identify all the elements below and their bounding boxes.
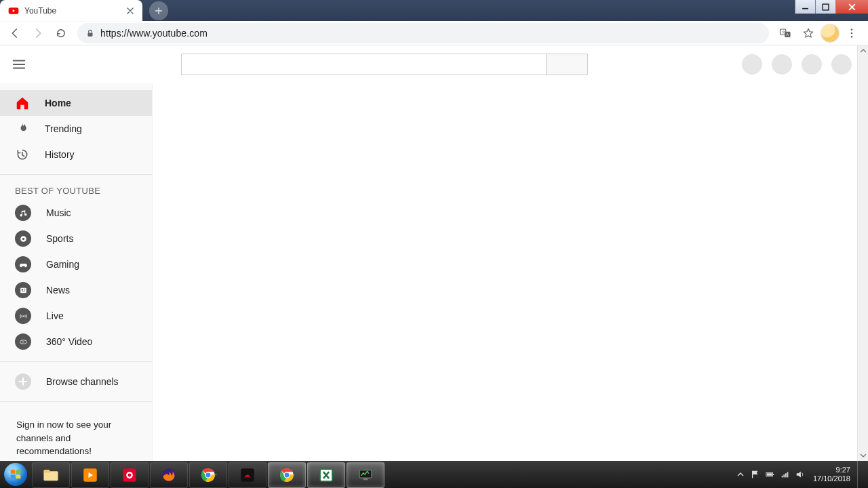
home-icon (15, 96, 30, 110)
taskbar-app-chrome-running[interactable] (268, 462, 306, 488)
taskbar-app-garena[interactable] (229, 462, 267, 488)
tab-title: YouTube (24, 6, 119, 16)
taskbar-app-chrome-pinned[interactable] (189, 462, 227, 488)
browser-menu-icon[interactable] (841, 22, 863, 44)
sidebar-item-history[interactable]: History (0, 142, 152, 167)
tab-close-icon[interactable] (125, 5, 136, 16)
scroll-up-icon[interactable] (858, 45, 868, 56)
show-desktop-button[interactable] (857, 461, 865, 488)
browser-tab-youtube[interactable]: YouTube (0, 0, 142, 21)
windows-taskbar: 9:27 17/10/2018 (0, 461, 868, 488)
tray-date: 17/10/2018 (813, 474, 850, 483)
window-titlebar: YouTube (0, 0, 868, 21)
sidebar-item-live[interactable]: Live (0, 303, 152, 329)
maximize-button[interactable] (815, 0, 835, 14)
taskbar-app-media-player[interactable] (71, 462, 109, 488)
svg-point-22 (128, 473, 132, 476)
browser-toolbar: https://www.youtube.com 文A (0, 21, 868, 45)
vertical-scrollbar[interactable] (857, 45, 868, 461)
sidebar-item-sports[interactable]: Sports (0, 226, 152, 251)
sidebar-separator (0, 361, 152, 362)
trending-icon (15, 121, 30, 136)
sidebar-separator (0, 174, 152, 175)
scroll-down-icon[interactable] (858, 450, 868, 461)
youtube-main-content (153, 83, 868, 461)
tray-flag-icon[interactable] (749, 468, 762, 481)
sidebar-item-gaming[interactable]: Gaming (0, 251, 152, 277)
svg-rect-39 (783, 474, 785, 477)
header-placeholder-icon (831, 54, 852, 75)
taskbar-app-explorer[interactable] (32, 462, 70, 488)
gaming-icon (15, 256, 31, 272)
svg-rect-37 (767, 473, 772, 476)
tray-time: 9:27 (813, 466, 850, 474)
sidebar-item-label: Home (45, 98, 71, 108)
tray-clock[interactable]: 9:27 17/10/2018 (809, 466, 854, 483)
taskbar-app-monitor[interactable] (347, 462, 384, 488)
taskbar-app-excel[interactable] (307, 462, 345, 488)
sidebar-item-label: 360° Video (46, 336, 92, 347)
header-placeholder-icon (772, 54, 792, 75)
nav-reload-button[interactable] (50, 22, 72, 44)
youtube-favicon-icon (8, 5, 19, 16)
address-url: https://www.youtube.com (100, 28, 208, 39)
sidebar-item-news[interactable]: News (0, 277, 152, 303)
svg-rect-1 (823, 4, 829, 10)
svg-text:文: 文 (782, 30, 785, 34)
tray-overflow-icon[interactable] (734, 468, 747, 481)
svg-rect-38 (782, 476, 783, 478)
sidebar-separator (0, 401, 152, 402)
media-player-icon (81, 466, 99, 484)
sidebar-item-label: News (46, 285, 70, 296)
search-button[interactable] (546, 54, 588, 75)
taskbar-pinned-apps (31, 461, 385, 488)
minimize-button[interactable] (795, 0, 815, 14)
chrome-icon (199, 466, 217, 484)
taskbar-app-recorder[interactable] (111, 462, 149, 488)
new-tab-button[interactable] (149, 1, 168, 20)
system-tray: 9:27 17/10/2018 (734, 461, 868, 488)
hamburger-menu-icon[interactable] (11, 56, 27, 73)
tray-volume-icon[interactable] (794, 468, 806, 481)
sidebar-item-music[interactable]: Music (0, 200, 152, 226)
youtube-page: Home Trending History BEST OF YOUTUBE Mu… (0, 45, 868, 461)
sidebar-item-home[interactable]: Home (0, 90, 152, 116)
search-input[interactable] (181, 54, 546, 75)
sidebar-item-360video[interactable]: 360° Video (0, 329, 152, 354)
firefox-icon (160, 466, 178, 484)
svg-point-7 (851, 28, 853, 30)
svg-rect-34 (363, 478, 368, 479)
svg-point-9 (851, 35, 853, 37)
youtube-search (181, 54, 588, 75)
svg-rect-41 (787, 472, 789, 478)
sidebar-item-browse-channels[interactable]: Browse channels (0, 369, 152, 394)
start-button[interactable] (0, 461, 31, 488)
chrome-icon (278, 466, 296, 484)
translate-icon[interactable]: 文A (774, 22, 796, 44)
svg-rect-18 (43, 469, 50, 472)
svg-rect-12 (20, 287, 26, 293)
youtube-header (0, 45, 868, 83)
profile-avatar-button[interactable] (821, 24, 840, 43)
tray-wifi-icon[interactable] (779, 468, 791, 481)
sidebar-item-label: Live (46, 310, 64, 321)
svg-point-8 (851, 32, 853, 34)
plus-circle-icon (15, 373, 31, 390)
nav-forward-button[interactable] (27, 22, 49, 44)
bookmark-star-icon[interactable] (797, 22, 819, 44)
header-placeholder-icon (742, 54, 762, 75)
sidebar-item-label: History (45, 149, 75, 160)
tray-battery-icon[interactable] (764, 468, 776, 481)
header-placeholder-icon (802, 54, 822, 75)
history-icon (15, 147, 30, 162)
sidebar-item-trending[interactable]: Trending (0, 116, 152, 142)
nav-back-button[interactable] (4, 22, 26, 44)
address-bar[interactable]: https://www.youtube.com (77, 23, 769, 43)
sidebar-item-label: Trending (45, 123, 82, 134)
taskbar-app-firefox[interactable] (150, 462, 188, 488)
window-controls (795, 0, 868, 14)
signin-prompt-text: Sign in now to see your channels and rec… (0, 409, 152, 461)
svg-rect-40 (785, 473, 787, 477)
svg-point-14 (22, 315, 24, 317)
close-button[interactable] (835, 0, 868, 14)
